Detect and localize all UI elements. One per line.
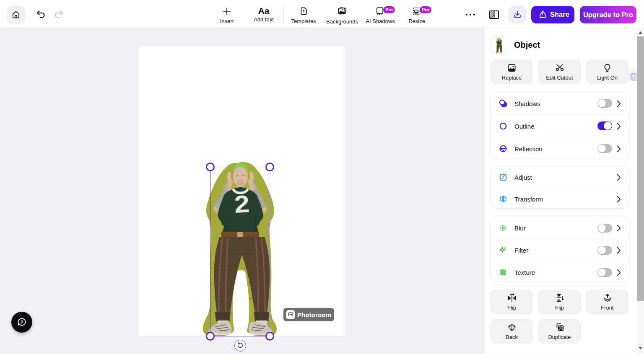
svg-text:?: ? bbox=[21, 320, 23, 325]
